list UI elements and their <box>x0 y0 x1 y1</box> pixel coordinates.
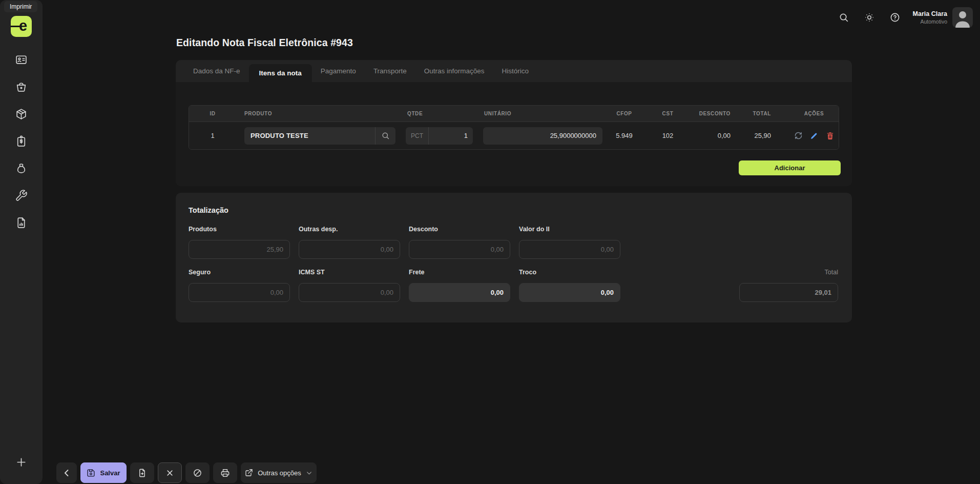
grand-total-input[interactable] <box>739 283 838 302</box>
items-table-header: ID PRODUTO QTDE UNITÁRIO CFOP CST DESCON… <box>189 106 839 122</box>
totals-card: Totalização Produtos Outras desp. Descon… <box>176 193 852 322</box>
unit-price-input[interactable] <box>483 127 602 145</box>
page-title: Editando Nota Fiscal Eletrônica #943 <box>176 37 353 49</box>
invoice-items-card: Dados da NF-e Itens da nota Pagamento Tr… <box>176 60 852 186</box>
quantity-input[interactable] <box>429 132 473 139</box>
field-troco-input[interactable] <box>519 283 620 302</box>
field-produtos: Produtos <box>189 226 290 259</box>
sidebar-item-finance[interactable] <box>15 162 28 175</box>
product-input[interactable] <box>244 132 375 139</box>
chevron-left-icon <box>62 468 72 478</box>
cell-acoes <box>789 131 839 140</box>
product-field <box>244 127 395 145</box>
row-refresh-button[interactable] <box>794 131 803 140</box>
col-header-cst: CST <box>649 111 687 116</box>
product-search-button[interactable] <box>376 127 395 145</box>
field-outras-desp-input[interactable] <box>299 240 400 259</box>
items-tab-panel: ID PRODUTO QTDE UNITÁRIO CFOP CST DESCON… <box>176 82 852 186</box>
finance-money-bag-icon <box>15 162 28 175</box>
grand-total-label: Total <box>739 269 838 276</box>
trash-icon <box>826 131 835 140</box>
search-icon <box>381 131 390 140</box>
more-options-button[interactable]: Outras opções <box>241 462 317 483</box>
field-valor-ii-input[interactable] <box>519 240 620 259</box>
tools-wrench-icon <box>15 189 28 202</box>
help-button[interactable] <box>888 11 902 24</box>
totals-row-2: Seguro ICMS ST Frete Troco <box>189 269 620 302</box>
sales-basket-icon <box>15 80 28 93</box>
cell-qtde: PCT <box>405 127 477 145</box>
print-button[interactable] <box>213 462 237 483</box>
cell-produto <box>236 127 405 145</box>
quantity-field: PCT <box>406 127 473 145</box>
refresh-icon <box>794 131 803 140</box>
cancel-invoice-button[interactable] <box>185 462 210 483</box>
row-delete-button[interactable] <box>825 131 835 140</box>
cell-cst: 102 <box>649 132 687 139</box>
help-circle-icon <box>889 12 901 23</box>
field-seguro: Seguro <box>189 269 290 302</box>
user-name: Maria Clara <box>913 10 947 17</box>
sidebar-nav <box>15 53 28 229</box>
field-icms-st-label: ICMS ST <box>299 269 400 276</box>
sidebar-item-products[interactable] <box>15 107 28 120</box>
save-button[interactable]: Salvar <box>80 462 127 483</box>
file-export-icon <box>137 468 147 478</box>
sidebar-item-reports[interactable] <box>15 216 28 229</box>
chevron-down-icon <box>306 470 312 476</box>
field-desconto-input[interactable] <box>409 240 510 259</box>
plus-icon <box>15 456 28 469</box>
generate-document-button[interactable] <box>130 462 154 483</box>
field-icms-st-input[interactable] <box>299 283 400 302</box>
field-desconto: Desconto <box>409 226 510 259</box>
user-role: Automotivo <box>913 18 947 25</box>
contacts-card-icon <box>15 53 28 66</box>
imprimir-tooltip: Imprimir <box>4 1 37 12</box>
reports-file-chart-icon <box>15 216 28 229</box>
tab-outras-informacoes[interactable]: Outras informações <box>415 60 493 82</box>
cell-desconto: 0,00 <box>687 132 743 139</box>
pencil-icon <box>810 131 819 140</box>
field-produtos-input[interactable] <box>189 240 290 259</box>
table-row: 1 PCT <box>189 122 839 149</box>
field-icms-st: ICMS ST <box>299 269 400 302</box>
totals-row-1: Produtos Outras desp. Desconto Valor do … <box>189 226 620 259</box>
theme-toggle-button[interactable] <box>863 11 876 24</box>
sidebar: e <box>0 0 43 484</box>
field-outras-desp: Outras desp. <box>299 226 400 259</box>
field-frete: Frete <box>409 269 510 302</box>
add-item-button[interactable]: Adicionar <box>739 160 841 175</box>
col-header-qtde: QTDE <box>405 111 477 116</box>
back-button[interactable] <box>56 462 77 483</box>
tab-transporte[interactable]: Transporte <box>365 60 415 82</box>
tab-pagamento[interactable]: Pagamento <box>312 60 365 82</box>
tab-itens-da-nota[interactable]: Itens da nota <box>249 64 312 82</box>
save-floppy-icon <box>87 469 95 477</box>
external-link-icon <box>245 469 253 477</box>
sidebar-item-fiscal[interactable] <box>15 134 28 148</box>
field-frete-label: Frete <box>409 269 510 276</box>
printer-icon <box>220 468 230 478</box>
tab-historico[interactable]: Histórico <box>493 60 537 82</box>
avatar[interactable] <box>952 7 973 28</box>
field-seguro-input[interactable] <box>189 283 290 302</box>
search-button[interactable] <box>837 11 850 24</box>
more-options-label: Outras opções <box>258 469 301 477</box>
user-block[interactable]: Maria Clara Automotivo <box>913 10 947 25</box>
bottom-toolbar: Salvar Outras opções <box>56 462 317 483</box>
cell-cfop: 5.949 <box>600 132 649 139</box>
cell-id: 1 <box>189 132 236 139</box>
field-frete-input[interactable] <box>409 283 510 302</box>
row-edit-button[interactable] <box>809 131 819 140</box>
topbar: Maria Clara Automotivo <box>825 7 973 28</box>
sidebar-item-sales[interactable] <box>15 80 28 93</box>
app-logo[interactable]: e <box>11 16 32 37</box>
grand-total-block: Total <box>739 269 838 302</box>
sidebar-item-tools[interactable] <box>15 189 28 202</box>
save-button-label: Salvar <box>100 469 120 477</box>
sidebar-add-button[interactable] <box>15 455 28 469</box>
close-button[interactable] <box>158 462 182 483</box>
sidebar-item-contacts[interactable] <box>15 53 28 66</box>
tab-dados-da-nfe[interactable]: Dados da NF-e <box>184 60 249 82</box>
field-valor-ii-label: Valor do II <box>519 226 620 233</box>
